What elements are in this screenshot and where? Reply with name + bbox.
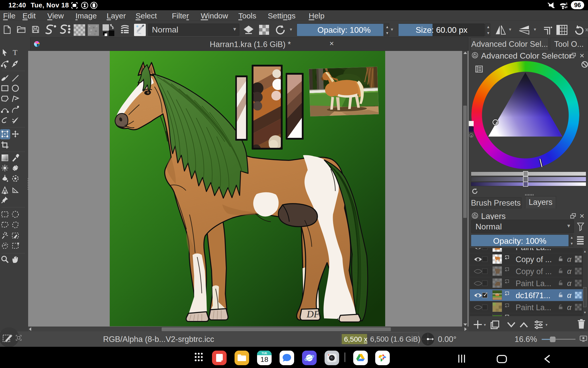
svg-text:18: 18 — [260, 355, 268, 363]
svg-text:DF: DF — [306, 309, 320, 319]
svg-text:6: 6 — [566, 2, 568, 6]
svg-text:TUE: TUE — [262, 352, 267, 355]
svg-text:T: T — [13, 49, 17, 57]
